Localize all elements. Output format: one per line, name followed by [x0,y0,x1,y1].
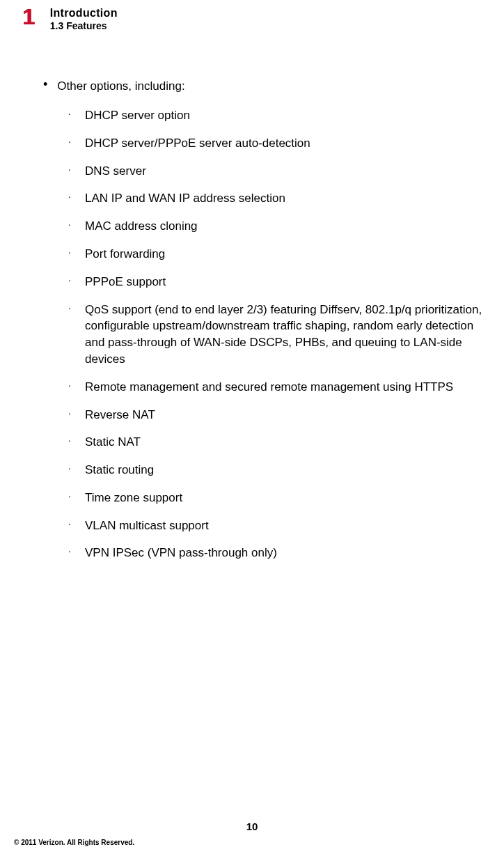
section-title: 1.3 Features [50,20,118,31]
copyright-text: © 2011 Verizon. All Rights Reserved. [14,839,134,846]
list-item-text: Static NAT [85,434,141,451]
list-item: · VLAN multicast support [68,518,485,534]
dot-icon: · [68,490,72,504]
bullet-icon: • [43,77,47,93]
list-item: · DNS server [68,163,485,180]
chapter-titles: Introduction 1.3 Features [50,6,118,31]
dot-icon: · [68,518,72,531]
list-item-text: DHCP server option [85,107,190,124]
list-item: · Time zone support [68,490,485,506]
sub-list: · DHCP server option · DHCP server/PPPoE… [43,107,485,561]
list-item-text: Time zone support [85,490,182,506]
dot-icon: · [68,135,72,149]
dot-icon: · [68,274,72,288]
list-item: · PPPoE support [68,274,485,290]
dot-icon: · [68,434,72,448]
list-item: · Static NAT [68,434,485,451]
list-item-text: Remote management and secured remote man… [85,379,453,396]
list-item: · QoS support (end to end layer 2/3) fea… [68,302,485,368]
list-item: · VPN IPSec (VPN pass-through only) [68,545,485,561]
dot-icon: · [68,302,72,316]
list-item-text: MAC address cloning [85,218,198,235]
list-item-text: Port forwarding [85,246,165,263]
chapter-title: Introduction [50,7,118,20]
list-item: · DHCP server/PPPoE server auto-detectio… [68,135,485,152]
list-item-text: LAN IP and WAN IP address selection [85,190,285,207]
list-item: · Reverse NAT [68,407,485,423]
bullet-item: • Other options, including: [43,79,485,95]
list-item-text: PPPoE support [85,274,166,290]
dot-icon: · [68,218,72,232]
chapter-number: 1 [22,6,35,28]
list-item: · Static routing [68,462,485,478]
list-item: · MAC address cloning [68,218,485,235]
dot-icon: · [68,407,72,421]
list-item: · LAN IP and WAN IP address selection [68,190,485,207]
list-item-text: DNS server [85,163,146,180]
page-number: 10 [0,820,504,832]
list-item-text: Static routing [85,462,154,478]
list-item-text: VPN IPSec (VPN pass-through only) [85,545,277,561]
dot-icon: · [68,190,72,204]
list-item-text: QoS support (end to end layer 2/3) featu… [85,302,485,368]
list-item: · DHCP server option [68,107,485,124]
page-content: • Other options, including: · DHCP serve… [0,31,504,561]
bullet-text: Other options, including: [57,79,184,95]
dot-icon: · [68,545,72,559]
dot-icon: · [68,246,72,260]
dot-icon: · [68,163,72,177]
page-header: 1 Introduction 1.3 Features [0,0,504,31]
list-item-text: Reverse NAT [85,407,155,423]
list-item: · Port forwarding [68,246,485,263]
dot-icon: · [68,107,72,121]
list-item: · Remote management and secured remote m… [68,379,485,396]
dot-icon: · [68,379,72,393]
list-item-text: DHCP server/PPPoE server auto-detection [85,135,310,152]
dot-icon: · [68,462,72,476]
list-item-text: VLAN multicast support [85,518,209,534]
